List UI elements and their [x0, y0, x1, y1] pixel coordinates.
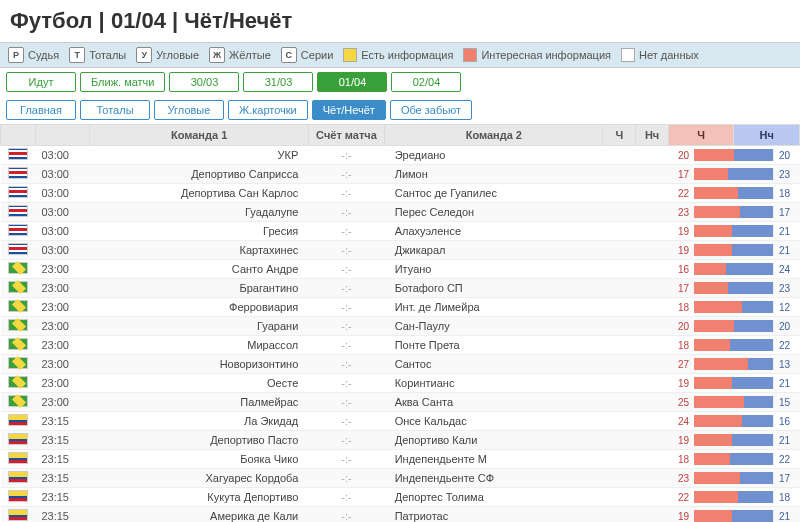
tab-date-2[interactable]: 31/03 [243, 72, 313, 92]
legend-referee[interactable]: РСудья [8, 47, 59, 63]
tab-date-1[interactable]: 30/03 [169, 72, 239, 92]
team1-cell[interactable]: Новоризонтино [90, 355, 308, 374]
team1-cell[interactable]: Бояка Чико [90, 450, 308, 469]
table-row[interactable]: 23:00Палмейрас-:-Аква Санта2515 [1, 393, 800, 412]
table-row[interactable]: 23:15Хагуарес Кордоба-:-Индепендьенте СФ… [1, 469, 800, 488]
table-row[interactable]: 23:00Санто Андре-:-Итуано1624 [1, 260, 800, 279]
tab-date-3[interactable]: 01/04 [317, 72, 387, 92]
nch-cell [636, 431, 669, 450]
odd-num: 16 [674, 264, 692, 275]
team1-cell[interactable]: Депортива Сан Карлос [90, 184, 308, 203]
team2-cell[interactable]: Депортес Толима [385, 488, 603, 507]
team1-cell[interactable]: Хагуарес Кордоба [90, 469, 308, 488]
even-num: 23 [776, 283, 794, 294]
team2-cell[interactable]: Индепендьенте СФ [385, 469, 603, 488]
team1-cell[interactable]: Оесте [90, 374, 308, 393]
flag-icon [8, 338, 28, 350]
table-row[interactable]: 23:00Мирассол-:-Понте Прета1822 [1, 336, 800, 355]
team1-cell[interactable]: Брагантино [90, 279, 308, 298]
col-score: Счёт матча [308, 125, 384, 146]
table-row[interactable]: 23:00Оесте-:-Коринтианс1921 [1, 374, 800, 393]
ch-cell [603, 165, 636, 184]
team2-cell[interactable]: Эредиано [385, 146, 603, 165]
table-row[interactable]: 03:00Гуадалупе-:-Перес Селедон2317 [1, 203, 800, 222]
table-row[interactable]: 23:15Депортиво Пасто-:-Депортиво Кали192… [1, 431, 800, 450]
team2-cell[interactable]: Депортиво Кали [385, 431, 603, 450]
team1-cell[interactable]: Депортиво Пасто [90, 431, 308, 450]
team2-cell[interactable]: Индепендьенте М [385, 450, 603, 469]
bar-wrap [694, 263, 773, 275]
tab-live[interactable]: Идут [6, 72, 76, 92]
team2-cell[interactable]: Джикарал [385, 241, 603, 260]
flag-icon [8, 186, 28, 198]
even-num: 21 [776, 378, 794, 389]
table-row[interactable]: 23:15Бояка Чико-:-Индепендьенте М1822 [1, 450, 800, 469]
ch-cell [603, 317, 636, 336]
team2-cell[interactable]: Алахуэленсе [385, 222, 603, 241]
table-row[interactable]: 03:00УКР-:-Эредиано2020 [1, 146, 800, 165]
odd-num: 23 [674, 207, 692, 218]
team2-cell[interactable]: Инт. де Лимейра [385, 298, 603, 317]
team1-cell[interactable]: Гуарани [90, 317, 308, 336]
tab-totals[interactable]: Тоталы [80, 100, 150, 120]
team1-cell[interactable]: Картахинес [90, 241, 308, 260]
team2-cell[interactable]: Сантос [385, 355, 603, 374]
table-row[interactable]: 03:00Депортиво Саприсса-:-Лимон1723 [1, 165, 800, 184]
bar-wrap [694, 453, 773, 465]
team2-cell[interactable]: Понте Прета [385, 336, 603, 355]
tab-odd-even[interactable]: Чёт/Нечёт [312, 100, 386, 120]
team2-cell[interactable]: Ботафого СП [385, 279, 603, 298]
table-row[interactable]: 23:00Гуарани-:-Сан-Паулу2020 [1, 317, 800, 336]
team2-cell[interactable]: Сан-Паулу [385, 317, 603, 336]
table-row[interactable]: 03:00Депортива Сан Карлос-:-Сантос де Гу… [1, 184, 800, 203]
team1-cell[interactable]: Гресия [90, 222, 308, 241]
team1-cell[interactable]: Мирассол [90, 336, 308, 355]
score-cell: -:- [308, 507, 384, 523]
team1-cell[interactable]: Ферровиария [90, 298, 308, 317]
team2-cell[interactable]: Лимон [385, 165, 603, 184]
tab-main[interactable]: Главная [6, 100, 76, 120]
stats-cell: 2713 [668, 355, 799, 374]
tab-date-4[interactable]: 02/04 [391, 72, 461, 92]
bar-odd [694, 491, 737, 503]
series-icon: С [281, 47, 297, 63]
table-row[interactable]: 03:00Гресия-:-Алахуэленсе1921 [1, 222, 800, 241]
team2-cell[interactable]: Аква Санта [385, 393, 603, 412]
team1-cell[interactable]: Депортиво Саприсса [90, 165, 308, 184]
team1-cell[interactable]: Гуадалупе [90, 203, 308, 222]
legend-series[interactable]: ССерии [281, 47, 333, 63]
table-row[interactable]: 23:15Ла Экидад-:-Онсе Кальдас2416 [1, 412, 800, 431]
table-row[interactable]: 23:15Америка де Кали-:-Патриотас1921 [1, 507, 800, 523]
team1-cell[interactable]: Ла Экидад [90, 412, 308, 431]
team2-cell[interactable]: Итуано [385, 260, 603, 279]
team2-cell[interactable]: Патриотас [385, 507, 603, 523]
tab-both-score[interactable]: Обе забьют [390, 100, 472, 120]
table-row[interactable]: 23:00Брагантино-:-Ботафого СП1723 [1, 279, 800, 298]
bar-odd [694, 282, 728, 294]
legend-corners[interactable]: УУгловые [136, 47, 199, 63]
bar-even [732, 510, 773, 522]
team2-cell[interactable]: Онсе Кальдас [385, 412, 603, 431]
tab-near[interactable]: Ближ. матчи [80, 72, 165, 92]
tab-corners[interactable]: Угловые [154, 100, 224, 120]
team1-cell[interactable]: Палмейрас [90, 393, 308, 412]
legend-totals[interactable]: ТТоталы [69, 47, 126, 63]
team2-cell[interactable]: Перес Селедон [385, 203, 603, 222]
bar-odd [694, 510, 732, 522]
team2-cell[interactable]: Коринтианс [385, 374, 603, 393]
team2-cell[interactable]: Сантос де Гуапилес [385, 184, 603, 203]
nch-cell [636, 184, 669, 203]
team1-cell[interactable]: Кукута Депортиво [90, 488, 308, 507]
table-row[interactable]: 23:00Новоризонтино-:-Сантос2713 [1, 355, 800, 374]
team1-cell[interactable]: Санто Андре [90, 260, 308, 279]
tab-cards[interactable]: Ж.карточки [228, 100, 308, 120]
legend-yellow[interactable]: ЖЖёлтые [209, 47, 271, 63]
flag-cell [1, 279, 36, 298]
table-row[interactable]: 23:15Кукута Депортиво-:-Депортес Толима2… [1, 488, 800, 507]
team1-cell[interactable]: УКР [90, 146, 308, 165]
table-row[interactable]: 03:00Картахинес-:-Джикарал1921 [1, 241, 800, 260]
team1-cell[interactable]: Америка де Кали [90, 507, 308, 523]
bar-wrap [694, 491, 773, 503]
table-row[interactable]: 23:00Ферровиария-:-Инт. де Лимейра1812 [1, 298, 800, 317]
odd-num: 18 [674, 302, 692, 313]
